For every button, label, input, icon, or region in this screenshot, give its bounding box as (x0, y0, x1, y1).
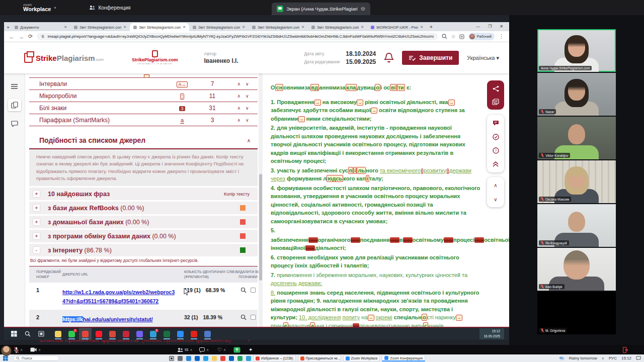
tab-close-icon[interactable]: ✕ (361, 25, 364, 29)
chat-button[interactable]: ∧ (199, 345, 209, 354)
notifications-icon[interactable] (636, 356, 641, 360)
browser-tab[interactable]: Звіт Strikeplagiarism.com✕ (308, 23, 367, 31)
video-button[interactable]: ∧ (30, 345, 41, 354)
tab-close-icon[interactable]: ✕ (183, 25, 186, 29)
finish-button[interactable]: Завершити (402, 51, 459, 65)
chevron-up-icon[interactable]: ∧ (38, 348, 41, 352)
tab-close-icon[interactable]: ✕ (420, 25, 423, 29)
language-selector[interactable]: Українська ▾ (467, 55, 499, 61)
magnifier-icon[interactable] (240, 287, 247, 293)
viber-icon[interactable] (133, 328, 146, 340)
excel-icon[interactable] (160, 328, 173, 340)
chrome-profile-icon[interactable] (106, 328, 119, 340)
window-button[interactable]: Избранное – (1238) (253, 355, 296, 361)
telegram-icon[interactable] (246, 356, 251, 361)
minimize-button[interactable]: — (476, 24, 480, 29)
strikeplagiarism-logo[interactable]: StrikePlagiarism.com (24, 53, 104, 63)
participant-video[interactable]: Анна Чудак.StrikePlagiarism.com (537, 29, 616, 72)
chevron-up-icon[interactable]: ∧ (206, 348, 209, 352)
search-button[interactable] (22, 328, 34, 340)
bell-icon[interactable] (384, 52, 394, 63)
chevron-up-icon[interactable]: ∧ (223, 348, 226, 352)
expander-button[interactable]: - (33, 247, 40, 253)
opera-gx-icon[interactable] (120, 328, 132, 340)
host-avatar[interactable] (1, 345, 12, 356)
check-tool-button[interactable] (491, 133, 501, 141)
start-button[interactable] (3, 356, 8, 361)
chrome-icon[interactable] (79, 328, 92, 340)
expander-button[interactable]: + (33, 191, 40, 197)
expander-button[interactable]: + (33, 233, 40, 239)
opera-icon[interactable] (93, 328, 105, 340)
ai-companion-button[interactable]: ✦ (249, 345, 253, 354)
browser-tab[interactable]: Звіт Strikeplagiarism.com✕ (249, 23, 308, 31)
expander-button[interactable]: + (33, 219, 40, 225)
menu-button[interactable] (8, 80, 21, 93)
browser-tab[interactable]: Звіт Strikeplagiarism.com✕ (130, 23, 189, 31)
source-group-row[interactable]: +з бази даних RefBooks (0.00 %) (29, 202, 258, 214)
next-fragment-button[interactable]: ∨ (491, 195, 501, 203)
chevron-up-icon[interactable]: ∧ (247, 138, 251, 143)
participant-video[interactable]: Viktor Korabljov (537, 117, 616, 159)
site-info-icon[interactable] (41, 34, 45, 39)
file-explorer-icon[interactable] (52, 328, 64, 340)
magnifier-icon[interactable] (240, 314, 247, 320)
leave-button[interactable] (623, 345, 628, 354)
chevron-down-icon[interactable]: ▾ (54, 6, 56, 10)
share-button[interactable] (491, 84, 501, 93)
prev-occurrence-button[interactable]: ∧ (237, 81, 240, 86)
kebab-menu-icon[interactable]: ⋮ (499, 33, 504, 40)
tray-clock[interactable]: 15:12 (621, 356, 631, 360)
next-occurrence-button[interactable]: ∨ (246, 81, 249, 86)
participant-video[interactable]: Ян Кондрацой (537, 204, 616, 247)
start-button[interactable] (8, 328, 20, 340)
whatsapp-icon[interactable]: 1 (65, 328, 78, 340)
source-group-row[interactable]: +з домашньої бази даних (0.00 %) (29, 216, 258, 228)
chrome-icon[interactable] (220, 356, 225, 361)
restore-button[interactable]: ❐ (488, 24, 492, 29)
help-button[interactable]: ? (491, 146, 501, 154)
browser-tab[interactable]: Документи✕ (11, 23, 70, 31)
search-input[interactable]: Поиск (13, 355, 59, 361)
participants-button[interactable]: 93 ∧ (177, 345, 192, 354)
tab-conference[interactable]: Конференция (89, 5, 130, 11)
browser-tab[interactable]: Звіт Strikeplagiarism.com✕ (189, 23, 249, 31)
next-occurrence-button[interactable]: ∨ (246, 94, 249, 99)
mute-button[interactable]: ∧ (14, 345, 23, 354)
next-occurrence-button[interactable]: ∨ (246, 106, 249, 111)
similarities-section-header[interactable]: Подібності за списком джерел ∧ (29, 133, 258, 149)
chevron-up-icon[interactable]: ∧ (190, 348, 192, 352)
comments-tool-button[interactable] (491, 119, 501, 127)
row-checkbox[interactable] (251, 315, 256, 320)
participant-video[interactable]: Оксана Максим (537, 160, 616, 203)
zoom-level-icon[interactable] (442, 34, 447, 39)
reactions-button[interactable]: ♡ ∧ (217, 345, 226, 354)
excel-icon[interactable] (237, 356, 243, 361)
window-button[interactable]: Присоединиться че... (298, 355, 341, 361)
chevron-up-icon[interactable]: ∧ (20, 348, 23, 352)
language-indicator[interactable]: РУС (609, 356, 617, 360)
minimize-share-icon[interactable]: ⊖ (361, 6, 365, 12)
back-button[interactable]: ← (9, 34, 15, 40)
prev-occurrence-button[interactable]: ∧ (237, 106, 240, 111)
tab-close-icon[interactable]: ✕ (64, 25, 67, 29)
address-bar[interactable]: lmsapi.plagiat.pl/report/?language=uk&au… (37, 33, 437, 40)
prev-fragment-button[interactable]: ∧ (491, 181, 501, 189)
zoom-app-icon[interactable] (174, 328, 187, 340)
tab-shared-screen[interactable]: Экран (Анна Чудак.StrikePlagiari ⊖ (272, 3, 370, 15)
vscode-icon[interactable] (203, 356, 208, 361)
source-link[interactable]: http://w1.c1.rada.gov.ua/pls/zweb2/webpr… (62, 289, 175, 304)
weather-text[interactable]: Rainy tomorrow (569, 356, 597, 360)
participant-video[interactable]: M. Grigorieva (537, 292, 616, 334)
participant-video[interactable]: Ivan Bublyk (537, 248, 616, 291)
close-button[interactable]: ✕ (500, 24, 503, 29)
calculator-icon[interactable] (201, 328, 214, 340)
source-group-row[interactable]: -з Інтернету (86.78 %) (29, 244, 258, 256)
prev-occurrence-button[interactable]: ∧ (237, 94, 240, 99)
forward-button[interactable]: → (19, 34, 24, 40)
file-explorer-icon[interactable] (212, 356, 217, 361)
acrobat-icon[interactable] (188, 328, 200, 340)
browser-tab[interactable]: Звіт Strikeplagiarism.com✕ (70, 23, 130, 31)
taskbar-clock[interactable]: 15:12 16.09.2025 (479, 328, 504, 339)
extensions-icon[interactable] (459, 34, 464, 39)
